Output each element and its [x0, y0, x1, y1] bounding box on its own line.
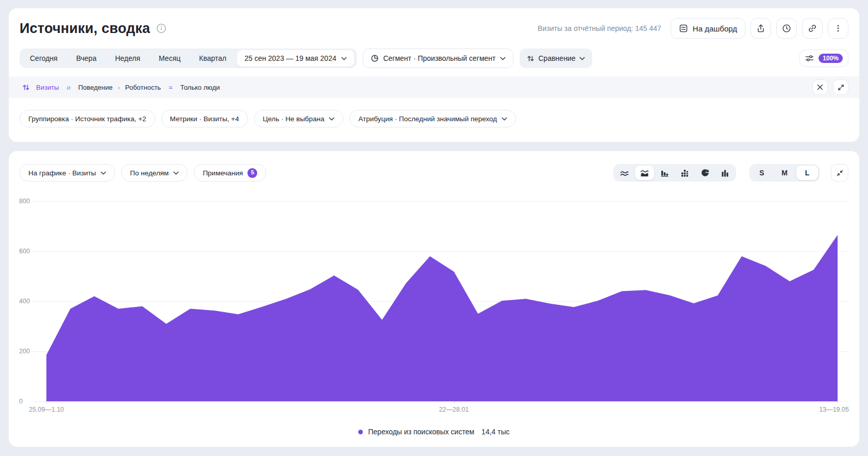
filter-attribute[interactable]: Роботность — [125, 84, 161, 91]
share-icon — [756, 24, 765, 33]
close-filter-button[interactable] — [812, 79, 828, 95]
tab-month[interactable]: Месяц — [149, 48, 190, 68]
expand-filter-button[interactable] — [833, 79, 848, 95]
copy-link-button[interactable] — [802, 18, 823, 39]
y-tick-400: 400 — [19, 298, 37, 305]
visits-period-label: Визиты за отчётный период: 145 447 — [538, 24, 661, 32]
y-tick-800: 800 — [19, 198, 37, 205]
chart-type-bars-button[interactable] — [655, 166, 674, 180]
legend-dot-icon — [358, 430, 363, 434]
chart-type-pie-button[interactable] — [695, 166, 714, 180]
period-tabs: Сегодня Вчера Неделя Месяц Квартал 25 се… — [20, 48, 357, 68]
chart-type-lines-button[interactable] — [615, 166, 634, 180]
compare-arrows-icon — [527, 55, 535, 62]
attribution-chip-label: Атрибуция · Последний значимый переход — [358, 115, 497, 123]
notes-button[interactable]: Примечания 5 — [194, 164, 266, 182]
settings-chips: Группировка · Источник трафика, +2 Метри… — [20, 110, 516, 127]
chevron-down-icon — [500, 57, 506, 60]
kebab-icon — [833, 24, 843, 33]
stacked-chart-icon — [680, 169, 689, 177]
chart-type-columns-button[interactable] — [715, 166, 735, 180]
attribution-chip[interactable]: Атрибуция · Последний значимый переход — [349, 110, 516, 127]
notes-count-badge: 5 — [247, 168, 257, 178]
tab-yesterday[interactable]: Вчера — [67, 48, 106, 68]
filter-path-separator: › — [118, 84, 120, 91]
chevron-down-icon — [341, 57, 347, 60]
filter-conjunction: и — [66, 84, 70, 91]
chevron-down-icon — [502, 117, 507, 121]
chart-card: На графике · Визиты По неделям Примечани… — [9, 151, 859, 447]
filter-operator: = — [169, 84, 173, 91]
metrics-chip-label: Метрики · Визиты, +4 — [170, 115, 239, 123]
size-m-button[interactable]: M — [774, 166, 795, 180]
chevron-down-icon — [101, 171, 106, 175]
on-chart-select[interactable]: На графике · Визиты — [20, 164, 115, 182]
y-tick-600: 600 — [19, 248, 37, 255]
chart-type-switcher — [613, 164, 736, 182]
y-tick-200: 200 — [19, 348, 37, 355]
area-series-polygon — [46, 235, 838, 402]
tab-quarter[interactable]: Квартал — [190, 48, 236, 68]
filter-group[interactable]: Поведение — [78, 84, 113, 91]
on-chart-label: На графике · Визиты — [28, 169, 96, 177]
y-tick-0: 0 — [19, 398, 37, 405]
chart-type-area-button[interactable] — [635, 166, 654, 180]
summary-card: Источники, сводка Визиты за отчётный пер… — [9, 8, 859, 142]
size-s-button[interactable]: S — [751, 166, 773, 180]
history-button[interactable] — [776, 18, 797, 39]
chart-legend[interactable]: Переходы из поисковых систем 14,4 тыс — [9, 428, 859, 436]
sampling-control[interactable]: 100% — [799, 50, 848, 67]
granularity-label: По неделям — [130, 169, 169, 177]
collapse-chart-button[interactable] — [831, 164, 848, 182]
info-icon[interactable] — [156, 23, 166, 34]
link-icon — [808, 24, 817, 33]
date-range-label: 25 сен 2023 — 19 мая 2024 — [244, 54, 336, 62]
compare-select[interactable]: Сравнение — [520, 48, 593, 68]
tab-today[interactable]: Сегодня — [21, 48, 67, 68]
collapse-icon — [837, 170, 843, 176]
chevron-down-icon — [329, 117, 335, 121]
compare-label: Сравнение — [539, 54, 576, 62]
chevron-down-icon — [173, 171, 179, 175]
dashboard-button[interactable]: На дашборд — [671, 18, 745, 39]
x-tick-last: 13—19.05 — [819, 406, 849, 413]
size-l-button[interactable]: L — [796, 166, 818, 180]
line-chart-icon — [620, 169, 629, 177]
dashboard-button-label: На дашборд — [693, 24, 737, 33]
grouping-chip-label: Группировка · Источник трафика, +2 — [28, 115, 146, 123]
pie-chart-icon — [701, 169, 709, 177]
filter-metric[interactable]: Визиты — [36, 84, 59, 91]
goal-chip-label: Цель · Не выбрана — [263, 115, 325, 123]
filter-bar: Визиты и Поведение › Роботность = Только… — [9, 76, 859, 98]
columns-chart-icon — [721, 169, 729, 177]
segment-pie-icon — [371, 54, 379, 62]
chart-type-stacked-button[interactable] — [675, 166, 694, 180]
sliders-icon — [805, 55, 814, 62]
filter-compare-icon — [22, 84, 30, 91]
segment-label: Сегмент · Произвольный сегмент — [383, 54, 495, 62]
expand-icon — [838, 84, 844, 91]
filter-value[interactable]: Только люди — [180, 84, 220, 91]
page-title: Источники, сводка — [20, 21, 150, 37]
chevron-down-icon — [579, 57, 585, 60]
dashboard-icon — [679, 24, 688, 33]
share-button[interactable] — [750, 18, 771, 39]
segment-select[interactable]: Сегмент · Произвольный сегмент — [363, 48, 513, 68]
chart-controls-row: На графике · Визиты По неделям Примечани… — [20, 164, 848, 182]
chart-size-switcher: S M L — [749, 164, 820, 182]
area-chart-plot[interactable]: 25.09—1.10 22—28.01 13—19.05 — [46, 201, 838, 401]
x-tick-first: 25.09—1.10 — [29, 406, 64, 413]
more-menu-button[interactable] — [828, 18, 848, 39]
header-row: Источники, сводка Визиты за отчётный пер… — [9, 8, 859, 48]
clock-icon — [782, 24, 791, 33]
goal-chip[interactable]: Цель · Не выбрана — [254, 110, 344, 127]
date-range-picker[interactable]: 25 сен 2023 — 19 мая 2024 — [237, 50, 354, 67]
legend-series-total: 14,4 тыс — [481, 428, 510, 436]
tab-week[interactable]: Неделя — [106, 48, 149, 68]
metrics-chip[interactable]: Метрики · Визиты, +4 — [161, 110, 248, 127]
granularity-select[interactable]: По неделям — [121, 164, 188, 182]
bar-chart-icon — [660, 169, 669, 177]
grouping-chip[interactable]: Группировка · Источник трафика, +2 — [20, 110, 155, 127]
period-bar: Сегодня Вчера Неделя Месяц Квартал 25 се… — [20, 48, 848, 68]
area-chart-icon — [640, 169, 649, 177]
